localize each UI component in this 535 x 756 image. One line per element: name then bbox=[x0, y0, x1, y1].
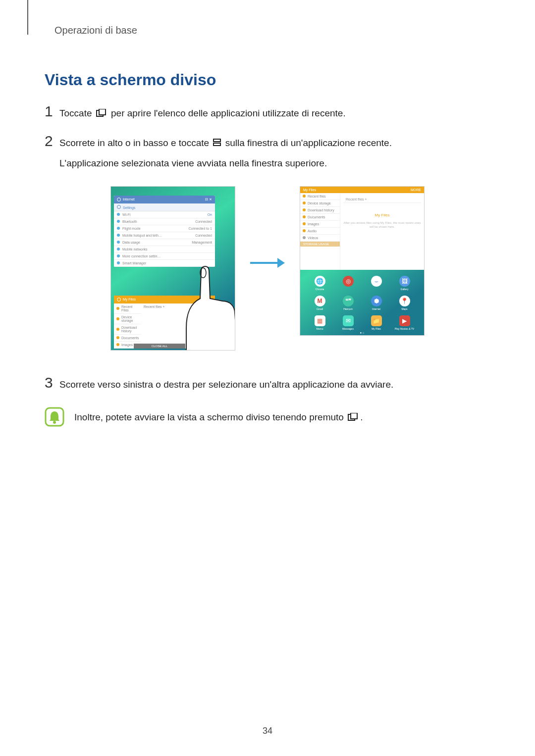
tablet-left: Internet ⊟ ✕ Settings Wi-FiOn BluetoothC… bbox=[110, 186, 235, 351]
step-text-before: Toccate bbox=[59, 108, 95, 118]
svg-marker-6 bbox=[277, 258, 285, 268]
section-label: Operazioni di base bbox=[54, 25, 490, 36]
step-body: Toccate per aprire l'elenco delle applic… bbox=[59, 104, 490, 121]
my-files-title: My Files bbox=[343, 213, 421, 217]
step-number: 1 bbox=[45, 104, 59, 119]
step-number: 3 bbox=[45, 375, 59, 390]
svg-point-8 bbox=[53, 421, 56, 424]
settings-list: Wi-FiOn BluetoothConnected Flight modeCo… bbox=[114, 211, 215, 267]
settings-header: Internet ⊟ ✕ bbox=[114, 196, 215, 203]
page-heading: Vista a schermo diviso bbox=[45, 71, 490, 89]
recent-apps-icon bbox=[96, 106, 107, 121]
note-row: Inoltre, potete avviare la vista a scher… bbox=[45, 407, 490, 427]
settings-header-icons: ⊟ ✕ bbox=[205, 198, 212, 202]
step-number: 2 bbox=[45, 134, 59, 149]
svg-rect-1 bbox=[99, 109, 106, 115]
app-grid: 🌐Chrome ◎ ⌣ 🖼Gallery MGmail ❝❞Hancom ⬢In… bbox=[300, 272, 424, 335]
note-text: Inoltre, potete avviare la vista a scher… bbox=[74, 407, 363, 425]
hand-illustration bbox=[175, 264, 235, 351]
tablet-right: My Files MORE Recent files Device storag… bbox=[300, 186, 425, 336]
svg-rect-10 bbox=[351, 413, 357, 419]
storage-usage: STORAGE USAGE bbox=[300, 242, 340, 247]
right-files-main: Recent files + My Files After you access… bbox=[340, 193, 424, 270]
page-indicator: ● ○ bbox=[300, 331, 424, 334]
split-screen-icon bbox=[213, 136, 221, 151]
side-rule bbox=[27, 0, 28, 35]
right-files-tabs: Recent files + bbox=[343, 196, 421, 203]
my-files-desc: After you access files using My Files, t… bbox=[343, 221, 421, 229]
step-body: Scorrete verso sinistra o destra per sel… bbox=[59, 375, 490, 392]
page-number: 34 bbox=[0, 726, 535, 736]
right-files-nav: Recent files Device storage Download his… bbox=[300, 193, 340, 270]
bell-icon bbox=[45, 407, 64, 427]
step-3: 3 Scorrete verso sinistra o destra per s… bbox=[45, 375, 490, 392]
step-1: 1 Toccate per aprire l'elenco delle appl… bbox=[45, 104, 490, 121]
settings-header-label: Internet bbox=[123, 198, 135, 201]
recent-apps-icon bbox=[348, 410, 359, 425]
settings-panel: Internet ⊟ ✕ Settings Wi-FiOn BluetoothC… bbox=[114, 196, 215, 267]
svg-rect-2 bbox=[214, 139, 220, 142]
settings-sub: Settings bbox=[114, 203, 215, 211]
files-nav: Recent Files Device storage Download his… bbox=[114, 303, 141, 349]
step-text-after: per aprire l'elenco delle applicazioni u… bbox=[111, 108, 346, 118]
step-text-before: Scorrete in alto o in basso e toccate bbox=[59, 138, 212, 148]
note-before: Inoltre, potete avviare la vista a scher… bbox=[74, 412, 346, 422]
svg-rect-3 bbox=[214, 143, 220, 146]
step-text-line2: L'applicazione selezionata viene avviata… bbox=[59, 156, 490, 171]
arrow-icon bbox=[250, 255, 285, 272]
step-2: 2 Scorrete in alto o in basso e toccate … bbox=[45, 134, 490, 171]
right-files-body: Recent files Device storage Download his… bbox=[300, 193, 424, 270]
note-after: . bbox=[360, 412, 363, 422]
step-text-after: sulla finestra di un'applicazione recent… bbox=[225, 138, 392, 148]
illustration: Internet ⊟ ✕ Settings Wi-FiOn BluetoothC… bbox=[45, 186, 490, 351]
step-body: Scorrete in alto o in basso e toccate su… bbox=[59, 134, 490, 171]
right-files-header: My Files MORE bbox=[300, 187, 424, 193]
